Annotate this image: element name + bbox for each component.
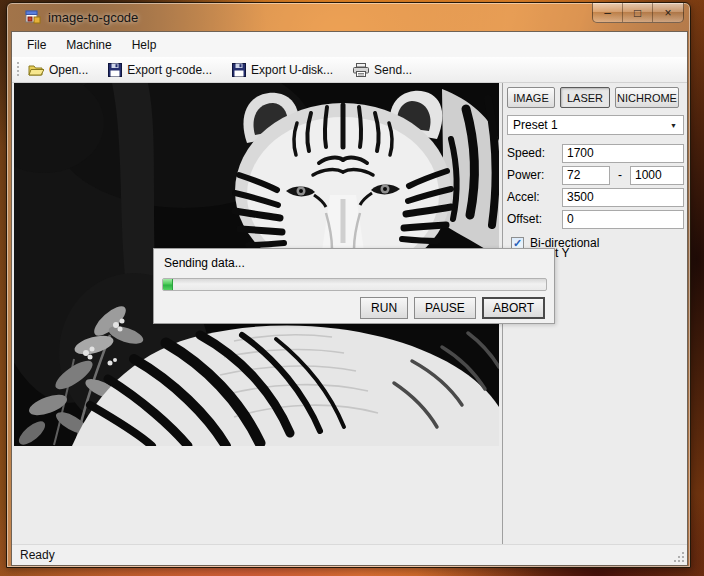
toolbar: Open... Export g-code... Export <box>12 57 687 83</box>
offset-label: Offset: <box>507 212 562 226</box>
progress-bar <box>162 278 547 291</box>
tab-image[interactable]: IMAGE <box>507 87 555 108</box>
open-folder-icon <box>28 63 44 77</box>
sending-data-dialog: Sending data... RUN PAUSE ABORT <box>153 248 555 324</box>
speed-input[interactable] <box>562 144 684 163</box>
tab-laser[interactable]: LASER <box>560 87 610 108</box>
power-label: Power: <box>507 168 562 182</box>
client-area: File Machine Help Open... Expor <box>11 31 688 566</box>
menu-file[interactable]: File <box>17 34 56 56</box>
speed-row: Speed: <box>507 143 684 163</box>
desktop: { "window": { "title": "image-to-gcode",… <box>0 0 704 576</box>
status-text: Ready <box>20 548 55 562</box>
window-title: image-to-gcode <box>48 10 138 25</box>
power-range-separator: - <box>610 168 630 182</box>
save-floppy-icon <box>232 63 246 77</box>
close-button[interactable]: × <box>653 3 683 22</box>
export-udisk-button[interactable]: Export U-disk... <box>227 61 338 79</box>
minimize-button[interactable]: – <box>593 3 623 22</box>
menu-help[interactable]: Help <box>122 34 167 56</box>
power-min-input[interactable] <box>562 166 610 185</box>
window-controls: – □ × <box>592 3 684 23</box>
partially-hidden-label: t Y <box>555 246 569 260</box>
status-bar: Ready <box>12 544 687 565</box>
open-label: Open... <box>49 63 88 77</box>
app-window: image-to-gcode – □ × File Machine Help O… <box>6 2 691 568</box>
tab-nichrome[interactable]: NICHROME <box>615 87 679 108</box>
offset-input[interactable] <box>562 210 684 229</box>
toolbar-grip[interactable] <box>17 62 19 78</box>
progress-fill <box>163 279 173 290</box>
menu-bar: File Machine Help <box>12 32 687 57</box>
export-gcode-button[interactable]: Export g-code... <box>103 61 217 79</box>
send-button[interactable]: Send... <box>348 61 417 79</box>
accel-input[interactable] <box>562 188 684 207</box>
offset-row: Offset: <box>507 209 684 229</box>
power-max-input[interactable] <box>630 166 684 185</box>
main-content: IMAGE LASER NICHROME Preset 1 ▼ Speed: P… <box>12 83 687 544</box>
run-button[interactable]: RUN <box>360 297 408 319</box>
pause-button[interactable]: PAUSE <box>414 297 476 319</box>
export-gcode-label: Export g-code... <box>127 63 212 77</box>
open-button[interactable]: Open... <box>23 61 93 79</box>
export-udisk-label: Export U-disk... <box>251 63 333 77</box>
title-bar[interactable]: image-to-gcode – □ × <box>7 3 690 31</box>
abort-button[interactable]: ABORT <box>482 297 545 319</box>
resize-grip-icon[interactable] <box>673 551 685 563</box>
dialog-buttons: RUN PAUSE ABORT <box>360 297 545 319</box>
accel-label: Accel: <box>507 190 562 204</box>
preset-value: Preset 1 <box>513 118 558 132</box>
dialog-message: Sending data... <box>164 256 245 270</box>
maximize-button[interactable]: □ <box>623 3 653 22</box>
power-row: Power: - <box>507 165 684 185</box>
panel-tabs: IMAGE LASER NICHROME <box>507 87 684 108</box>
printer-icon <box>353 63 369 77</box>
chevron-down-icon: ▼ <box>670 122 677 129</box>
menu-machine[interactable]: Machine <box>56 34 121 56</box>
save-floppy-icon <box>108 63 122 77</box>
preset-dropdown[interactable]: Preset 1 ▼ <box>507 115 684 135</box>
app-icon <box>25 9 41 25</box>
speed-label: Speed: <box>507 146 562 160</box>
accel-row: Accel: <box>507 187 684 207</box>
send-label: Send... <box>374 63 412 77</box>
